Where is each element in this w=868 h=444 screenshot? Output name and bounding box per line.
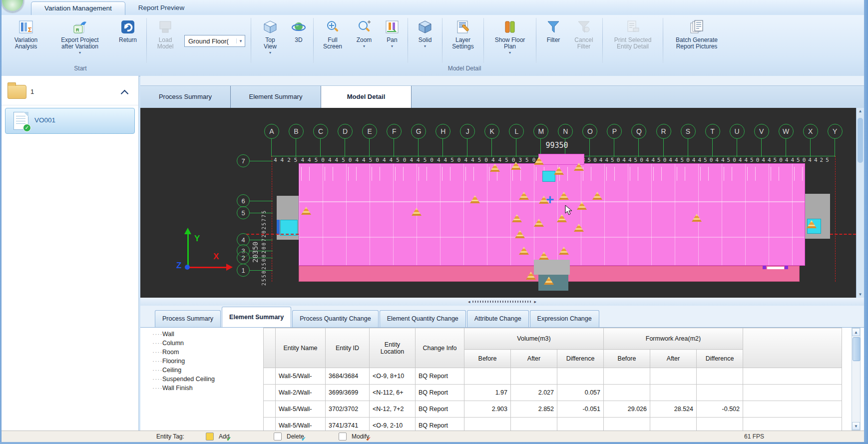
grid-letter-bubble: O <box>582 124 597 139</box>
ribbon-separator <box>251 18 251 63</box>
horizontal-splitter[interactable]: ◂ ▸ <box>140 298 864 306</box>
folder-label: 1 <box>30 88 34 95</box>
scroll-up-icon[interactable]: ▲ <box>852 328 860 336</box>
results-panel: Process SummaryElement SummaryProcess Qu… <box>140 306 864 431</box>
col-header-entity-id[interactable]: Entity ID <box>326 328 370 368</box>
layer-settings-button[interactable]: Layer Settings <box>445 17 481 65</box>
col-header-before[interactable]: Before <box>464 350 511 368</box>
grid-letter-bubble: M <box>533 124 548 139</box>
table-vertical-scrollbar[interactable]: ▲ ▼ <box>852 328 861 431</box>
cancel-filter-button[interactable]: Cancel Filter <box>568 17 600 65</box>
col-group-formwork[interactable]: Formwork Area(m2) <box>604 328 743 350</box>
ribbon-tab[interactable]: Report Preview <box>125 1 197 15</box>
col-header-entity-name[interactable]: Entity Name <box>276 328 326 368</box>
splitter-handle[interactable] <box>472 301 532 303</box>
result-tab[interactable]: Expression Change <box>530 310 599 327</box>
print-selected-entity-detail-button[interactable]: Print Selected Entity Detail <box>605 17 660 65</box>
app-menu-button[interactable] <box>1 0 24 12</box>
table-row[interactable]: Wall-5/Wall- 3684/3684 <O-9, 8+10 BQ Rep… <box>264 368 842 385</box>
splitter-right-icon[interactable]: ▸ <box>532 299 539 304</box>
splitter-left-icon[interactable]: ◂ <box>466 299 472 304</box>
view-tab[interactable]: Element Summary <box>231 86 321 108</box>
3d-button[interactable]: 3D <box>287 17 311 65</box>
grid-number-bubble: 5 <box>237 206 250 219</box>
selected-wall-segment <box>767 267 784 269</box>
cancel-filter-icon <box>575 19 592 35</box>
result-tab[interactable]: Attribute Change <box>467 310 529 327</box>
full-screen-button[interactable]: Full Screen <box>316 17 349 65</box>
scroll-down-icon[interactable]: ▼ <box>852 422 860 430</box>
selection-grip <box>763 266 766 269</box>
scrollbar-thumb[interactable] <box>858 118 863 163</box>
tree-item[interactable]: Suspended Ceiling <box>140 375 263 384</box>
grid-letter-bubble: A <box>264 124 279 139</box>
show-floor-plan-button[interactable]: Show Floor Plan ▾ <box>486 17 533 65</box>
result-tab[interactable]: Element Quantity Change <box>380 310 466 327</box>
table-row[interactable]: Wall-5/Wall- 3741/3741 <O-9, 2-10 BQ Rep… <box>264 418 842 431</box>
tree-item[interactable]: Flooring <box>140 357 263 366</box>
floor-selector[interactable]: Ground Floor( ▾ <box>184 35 245 47</box>
collapse-chevron-icon[interactable] <box>121 90 129 98</box>
filter-button[interactable]: Filter <box>539 17 568 65</box>
col-header-entity-location[interactable]: Entity Location <box>370 328 416 368</box>
col-header-after[interactable]: After <box>511 350 557 368</box>
col-header-change-info[interactable]: Change Info <box>416 328 464 368</box>
export-project-button[interactable]: R Export Project after Variation ▾ <box>48 17 112 65</box>
tree-item[interactable]: Wall <box>140 330 263 339</box>
tree-item[interactable]: Wall Finish <box>140 384 263 393</box>
view-tab[interactable]: Model Detail <box>321 86 412 108</box>
grid-letter-bubble: N <box>558 124 573 139</box>
grid-letter-bubble: E <box>362 124 377 139</box>
fps-counter: 61 FPS <box>744 433 764 440</box>
variation-analysis-button[interactable]: Σ Variation Analysis <box>4 17 48 65</box>
grid-letter-bubble: U <box>730 124 745 139</box>
view-tab[interactable]: Process Summary <box>140 86 231 108</box>
variation-order-item[interactable]: ✓ VO001 <box>5 108 135 134</box>
col-group-volume[interactable]: Volume(m3) <box>464 328 604 350</box>
solid-button[interactable]: Solid ▾ <box>411 17 439 65</box>
entity-tag-legend-item: ✓ Add <box>206 433 229 441</box>
red-dashed-line <box>830 234 856 235</box>
dropdown-arrow-icon: ▾ <box>363 44 365 48</box>
ribbon-tab[interactable]: Variation Management <box>31 1 125 15</box>
col-header-after[interactable]: After <box>650 350 697 368</box>
y-axis-label: Y <box>194 234 200 244</box>
col-header-filler <box>743 328 842 368</box>
table-row[interactable]: Wall-5/Wall- 3702/3702 <N-12, 7+2 BQ Rep… <box>264 401 842 418</box>
variation-folder-header[interactable]: 1 <box>1 79 138 105</box>
window-border-bottom <box>0 442 868 444</box>
chevron-down-icon[interactable]: ▾ <box>236 38 245 43</box>
ribbon-separator <box>313 18 314 63</box>
batch-report-icon <box>688 19 705 35</box>
scroll-up-icon[interactable]: ▲ <box>857 109 864 113</box>
col-header-difference[interactable]: Difference <box>557 350 604 368</box>
pan-button[interactable]: Pan ▾ <box>379 17 405 65</box>
check-badge-icon: ✓ <box>23 124 31 132</box>
grid-letter-bubble: L <box>509 124 524 139</box>
load-model-button[interactable]: Load Model <box>149 17 181 65</box>
top-view-button[interactable]: Top View ▾ <box>254 17 287 65</box>
col-header-difference[interactable]: Difference <box>697 350 743 368</box>
result-tab[interactable]: Element Summary <box>222 307 291 327</box>
result-tab[interactable]: Process Quantity Change <box>292 310 378 327</box>
return-button[interactable]: Return <box>112 17 144 65</box>
scroll-down-icon[interactable]: ▼ <box>857 292 864 297</box>
tree-item[interactable]: Ceiling <box>140 366 263 375</box>
ribbon-separator <box>663 18 663 63</box>
tree-item[interactable]: Room <box>140 348 263 357</box>
grid-letter-bubble: S <box>681 124 696 139</box>
tree-item[interactable]: Column <box>140 339 263 348</box>
return-icon <box>119 19 136 35</box>
model-viewport[interactable]: ABCDEFGHJKLMNOPQRSTUVWXY 99350 442544504… <box>140 108 856 298</box>
model-vertical-scrollbar[interactable]: ▲ ▼ <box>856 108 864 298</box>
grid-letter-bubble: C <box>313 124 328 139</box>
zoom-button[interactable]: Zoom ▾ <box>349 17 379 65</box>
col-header-before[interactable]: Before <box>604 350 650 368</box>
element-type-tree: WallColumnRoomFlooringCeilingSuspended C… <box>140 330 263 431</box>
scrollbar-thumb[interactable] <box>853 337 861 361</box>
batch-generate-report-pictures-button[interactable]: Batch Generate Report Pictures <box>666 17 728 65</box>
result-tab[interactable]: Process Summary <box>155 310 221 327</box>
grid-letter-bubble: F <box>387 124 402 139</box>
view-tabs: Process SummaryElement SummaryModel Deta… <box>140 85 864 108</box>
table-row[interactable]: Wall-2/Wall- 3699/3699 <N-112, 6+ BQ Rep… <box>264 385 842 401</box>
